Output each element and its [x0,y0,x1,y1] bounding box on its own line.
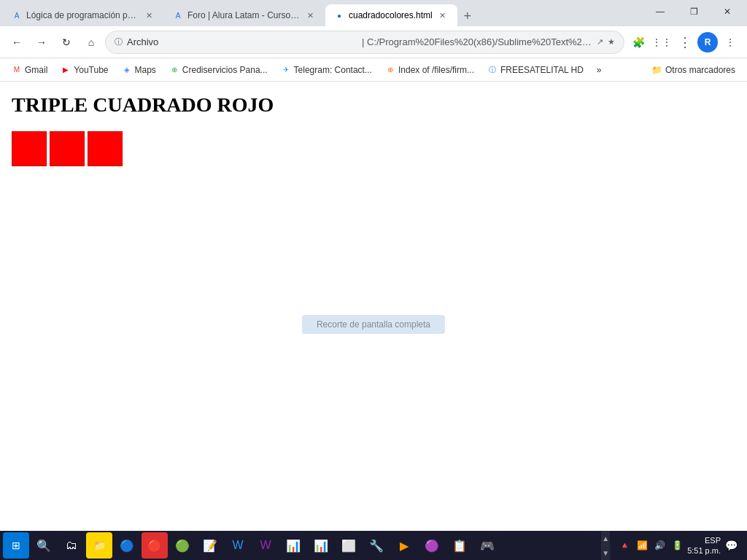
new-tab-button[interactable]: + [457,6,478,26]
maximize-button[interactable]: ❐ [677,0,711,23]
lock-icon: ⓘ [115,36,123,47]
bookmark-favicon: ⓘ [487,65,498,75]
browser-window: A Lógica de programación parte 3 ✕ A For… [0,0,747,560]
address-protocol: Archivo [127,36,357,47]
bookmark-favicon: ✈ [281,65,291,75]
folder-icon: 📁 [651,65,662,75]
tab-title: Lógica de programación parte 3 [26,10,139,20]
bookmark-favicon: ◈ [122,65,132,75]
taskbar-item-7[interactable]: 📊 [280,532,306,559]
taskbar-item-8[interactable]: 📊 [308,532,334,559]
browser-tab-tab3[interactable]: ● cuadradocolores.html ✕ [325,4,457,26]
bookmarks-bar: M Gmail ▶ YouTube ◈ Maps ⊕ Crediservicio… [0,58,747,82]
tab-close-button[interactable]: ✕ [143,9,155,21]
tab-title: Foro | Alura Latam - Cursos onlin... [187,10,300,20]
tab-close-button[interactable]: ✕ [304,9,316,21]
tray-volume[interactable]: 🔊 [652,538,667,553]
red-square-1 [12,131,47,166]
taskbar-item-2[interactable]: 🔴 [142,532,168,559]
taskbar: ⊞ 🔍 🗂 📁 🔵 🔴 🟢 📝 W W 📊 📊 ⬜ 🔧 ▶ 🟣 📋 🎮 ▲ ▼ … [0,531,747,560]
minimize-button[interactable]: — [643,0,677,23]
bookmark-telegram[interactable]: ✈ Telegram: Contact... [275,63,378,77]
taskbar-item-5[interactable]: W [225,532,251,559]
bookmark-label: Maps [135,65,156,75]
bookmark-gmail[interactable]: M Gmail [6,63,53,77]
tab-favicon: A [12,10,22,20]
address-url: | C:/Program%20Files%20(x86)/Sublime%20T… [362,36,592,47]
toolbar: ← → ↻ ⌂ ⓘ Archivo | C:/Program%20Files%2… [0,26,747,58]
tray-battery[interactable]: 🔋 [670,538,684,553]
bookmark-label: Gmail [25,65,47,75]
tab-favicon: ● [334,10,344,20]
taskbar-item-12[interactable]: 🟣 [419,532,445,559]
red-square-3 [88,131,123,166]
address-bar[interactable]: ⓘ Archivo | C:/Program%20Files%20(x86)/S… [105,31,624,54]
refresh-button[interactable]: ↻ [55,31,77,53]
tray-notifications[interactable]: 💬 [724,538,738,553]
bookmark-index[interactable]: ⊕ Index of /files/firm... [379,63,480,77]
bookmark-crediservicios[interactable]: ⊕ Crediservicios Pana... [163,63,274,77]
bookmark-favicon: M [12,65,22,75]
taskbar-item-14[interactable]: 🎮 [474,532,500,559]
profile-menu-icon[interactable]: ⋮⋮ [651,31,673,53]
time-display[interactable]: ESP 5:51 p.m. [687,535,721,556]
page-content: TRIPLE CUADRADO ROJO Recorte de pantalla… [0,82,747,560]
extensions-icon[interactable]: 🧩 [627,31,649,53]
profile-button[interactable]: R [697,32,718,52]
start-button[interactable]: ⊞ [3,532,29,559]
others-label: Otros marcadores [665,65,735,75]
more-tools-icon[interactable]: ⋮ [719,31,741,53]
bookmark-youtube[interactable]: ▶ YouTube [55,63,114,77]
taskbar-item-3[interactable]: 🟢 [169,532,196,559]
star-icon: ★ [608,37,615,47]
bookmark-freesatelital[interactable]: ⓘ FREESATELITAL HD [481,63,589,77]
bookmark-favicon: ⊕ [169,65,179,75]
taskbar-tray: 🔺 📶 🔊 🔋 ESP 5:51 p.m. 💬 [611,535,744,556]
tab-title: cuadradocolores.html [349,10,433,20]
bookmark-label: Crediservicios Pana... [182,65,268,75]
share-icon: ↗ [597,37,603,47]
bookmark-more-button[interactable]: » [591,63,608,77]
task-view-button[interactable]: 🗂 [58,532,85,559]
browser-menu-icon[interactable]: ⋮ [674,31,696,53]
close-button[interactable]: ✕ [711,0,744,23]
forward-button[interactable]: → [31,31,53,53]
clock-time: 5:51 p.m. [687,545,721,556]
search-button[interactable]: 🔍 [31,532,57,559]
taskbar-item-13[interactable]: 📋 [446,532,473,559]
browser-tab-tab1[interactable]: A Lógica de programación parte 3 ✕ [3,4,163,26]
bookmark-favicon: ▶ [61,65,71,75]
bookmark-label: YouTube [74,65,108,75]
taskbar-item-11[interactable]: ▶ [391,532,417,559]
taskbar-item-6[interactable]: W [252,532,279,559]
taskbar-item-4[interactable]: 📝 [197,532,223,559]
bookmark-favicon: ⊕ [385,65,395,75]
bookmark-label: Telegram: Contact... [294,65,372,75]
bookmark-maps[interactable]: ◈ Maps [116,63,162,77]
bookmark-label: Index of /files/firm... [398,65,474,75]
bookmark-label: FREESATELITAL HD [500,65,584,75]
back-button[interactable]: ← [6,31,28,53]
red-square-2 [50,131,85,166]
scroll-indicator: ▲ ▼ [601,531,610,560]
tray-network[interactable]: 🔺 [617,538,632,553]
page-title: TRIPLE CUADRADO ROJO [12,93,735,117]
taskbar-item-1[interactable]: 🔵 [114,532,140,559]
squares-container [12,131,735,166]
taskbar-item-9[interactable]: ⬜ [336,532,362,559]
browser-tab-tab2[interactable]: A Foro | Alura Latam - Cursos onlin... ✕ [164,4,325,26]
screenshot-tooltip: Recorte de pantalla completa [302,315,445,334]
tab-favicon: A [173,10,183,20]
toolbar-icons: 🧩 ⋮⋮ ⋮ R ⋮ [627,31,741,53]
home-button[interactable]: ⌂ [80,31,102,53]
language-indicator: ESP [687,535,721,545]
bookmark-others[interactable]: 📁 Otros marcadores [646,63,741,77]
taskbar-item-10[interactable]: 🔧 [363,532,390,559]
files-button[interactable]: 📁 [86,532,112,559]
tab-close-button[interactable]: ✕ [437,9,449,21]
tray-wifi[interactable]: 📶 [635,538,649,553]
